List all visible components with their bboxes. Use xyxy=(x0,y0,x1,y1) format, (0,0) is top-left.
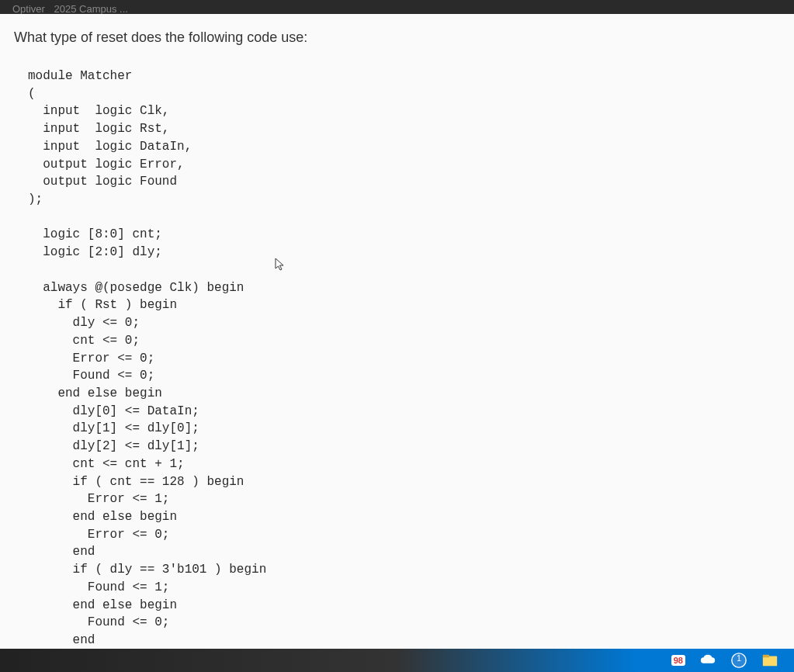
content-area: What type of reset does the following co… xyxy=(0,14,794,672)
code-block: module Matcher ( input logic Clk, input … xyxy=(14,68,780,667)
brand-label: Optiver xyxy=(12,3,45,14)
top-bar: Optiver 2025 Campus ... xyxy=(0,0,794,14)
question-text: What type of reset does the following co… xyxy=(14,29,780,46)
explorer-icon[interactable] xyxy=(761,652,778,669)
notification-badge[interactable]: 98 xyxy=(671,655,685,666)
subtitle-label: 2025 Campus ... xyxy=(54,3,128,14)
notification-count-icon[interactable]: 1 xyxy=(730,652,747,669)
onedrive-icon[interactable] xyxy=(699,652,716,669)
taskbar[interactable]: 98 1 xyxy=(0,649,794,672)
svg-rect-1 xyxy=(763,656,777,667)
svg-rect-2 xyxy=(763,655,769,658)
